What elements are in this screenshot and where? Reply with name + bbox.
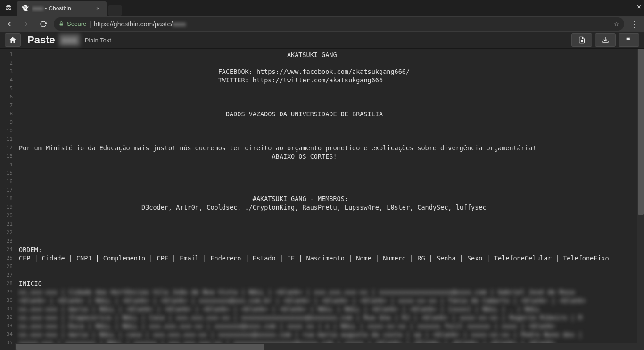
code-line bbox=[19, 59, 644, 67]
code-line bbox=[19, 178, 644, 186]
code-line bbox=[19, 169, 644, 178]
app-header: Paste xxx Plain Text bbox=[0, 32, 644, 49]
paste-id: xxx bbox=[59, 34, 80, 46]
scrollbar-thumb[interactable] bbox=[638, 49, 644, 215]
download-button[interactable] bbox=[595, 33, 616, 47]
reload-button[interactable] bbox=[37, 17, 50, 31]
flag-button[interactable] bbox=[619, 33, 639, 47]
code-line: INICIO bbox=[19, 279, 644, 288]
code-line bbox=[19, 186, 644, 195]
code-line-redacted: xx.xxx-xxx | Cidade das Hortências Vila … bbox=[19, 288, 644, 296]
scrollbar-thumb[interactable] bbox=[16, 344, 264, 350]
code-line: DADOS VAZADOS DA UNIVERSIDADE DE BRASILI… bbox=[19, 110, 644, 118]
code-line bbox=[19, 228, 644, 237]
code-line bbox=[19, 84, 644, 93]
forward-button[interactable] bbox=[20, 17, 33, 31]
code-line-redacted: xx.xxx-xxx | maria | NULL | casa | xxx.x… bbox=[19, 330, 644, 339]
code-line-redacted: xx.xxx-xxx | maria | NULL | <blank> | <b… bbox=[19, 305, 644, 313]
code-line-redacted: xx.xxx-xxx | Itapecerica | NULL | Casa |… bbox=[19, 313, 644, 322]
tab-bar: 👻 xxxx - Ghostbin × × bbox=[0, 0, 644, 16]
code-area: 1234567891011121314151617181920212223242… bbox=[0, 49, 644, 350]
code-line bbox=[19, 93, 644, 101]
code-line bbox=[19, 271, 644, 279]
nav-bar: Secure | https://ghostbin.com/paste/xxxx… bbox=[0, 16, 644, 32]
new-tab-button[interactable] bbox=[108, 5, 122, 16]
secure-label: Secure bbox=[67, 20, 86, 27]
code-line: Por um Ministério da Educação mais justo… bbox=[19, 144, 644, 152]
tab-close-icon[interactable]: × bbox=[94, 5, 102, 12]
code-line-redacted: <blank> | <blank> | NULL | <blank> | <bl… bbox=[19, 296, 644, 305]
code-line: CEP | Cidade | CNPJ | Complemento | CPF … bbox=[19, 254, 644, 262]
bookmark-star-icon[interactable]: ☆ bbox=[613, 20, 619, 28]
code-line bbox=[19, 262, 644, 271]
header-actions bbox=[571, 33, 639, 47]
home-button[interactable] bbox=[5, 33, 21, 47]
ghost-icon: 👻 bbox=[22, 5, 29, 12]
svg-point-0 bbox=[6, 8, 8, 10]
browser-tab[interactable]: 👻 xxxx - Ghostbin × bbox=[17, 1, 107, 16]
browser-chrome: 👻 xxxx - Ghostbin × × Secure | https://g… bbox=[0, 0, 644, 32]
vertical-scrollbar[interactable] bbox=[637, 49, 644, 350]
code-line bbox=[19, 212, 644, 220]
paste-label: Paste bbox=[27, 34, 55, 46]
code-line bbox=[19, 118, 644, 127]
code-line: ABAIXO OS CORTES! bbox=[19, 152, 644, 161]
back-button[interactable] bbox=[3, 17, 16, 31]
code-line bbox=[19, 220, 644, 228]
language-label: Plain Text bbox=[85, 37, 111, 44]
code-line bbox=[19, 135, 644, 144]
code-line-redacted: xx.xxx-xxx | Duca | NULL | NULL | xxx.xx… bbox=[19, 322, 644, 330]
code-line: ORDEM: bbox=[19, 245, 644, 254]
code-content[interactable]: AKATSUKI GANG FACEBOOK: https://www.face… bbox=[15, 49, 644, 350]
new-paste-button[interactable] bbox=[571, 33, 592, 47]
code-line: D3coder, Artr0n, Cooldsec, ./CryptonKing… bbox=[19, 203, 644, 212]
code-line bbox=[19, 127, 644, 135]
svg-rect-2 bbox=[60, 23, 63, 25]
line-gutter: 1234567891011121314151617181920212223242… bbox=[0, 49, 15, 350]
code-line: AKATSUKI GANG bbox=[19, 50, 644, 59]
incognito-icon bbox=[0, 0, 17, 16]
browser-menu-icon[interactable]: ⋮ bbox=[628, 19, 641, 29]
code-line bbox=[19, 101, 644, 110]
horizontal-scrollbar[interactable] bbox=[15, 343, 637, 350]
code-line bbox=[19, 237, 644, 245]
lock-icon bbox=[58, 20, 64, 28]
svg-point-1 bbox=[9, 8, 11, 10]
code-line: FACEBOOK: https://www.facebook.com/akats… bbox=[19, 67, 644, 76]
tab-title: xxxx - Ghostbin bbox=[32, 5, 91, 12]
url-bar[interactable]: Secure | https://ghostbin.com/paste/xxxx… bbox=[54, 17, 624, 31]
code-line bbox=[19, 161, 644, 169]
url-text: https://ghostbin.com/paste/xxxx bbox=[94, 20, 186, 28]
code-line: #AKATSUKI GANG - MEMBROS: bbox=[19, 195, 644, 203]
code-line: TWITTER: https://twitter.com/akatsukgang… bbox=[19, 76, 644, 84]
window-close-icon[interactable]: × bbox=[637, 3, 641, 11]
